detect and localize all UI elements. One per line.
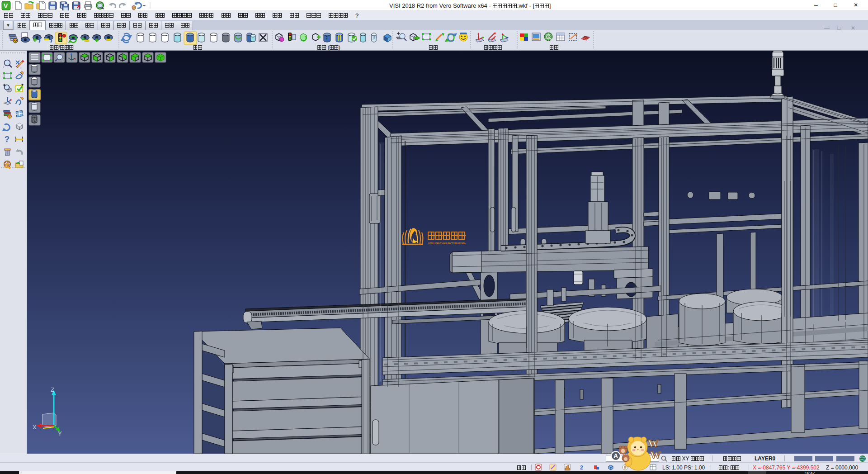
svg-text:Y: Y bbox=[58, 430, 62, 437]
svg-text:X: X bbox=[33, 424, 37, 431]
svg-text:W: W bbox=[650, 449, 661, 461]
svg-text:INTELLIGENT MANUFACTURING DATA: INTELLIGENT MANUFACTURING DATA bbox=[428, 242, 466, 245]
svg-text:V: V bbox=[4, 2, 8, 9]
svg-text:A: A bbox=[613, 452, 618, 460]
svg-text:2: 2 bbox=[580, 465, 583, 471]
svg-text:Z: Z bbox=[51, 386, 54, 393]
svg-text:?: ? bbox=[5, 135, 9, 144]
svg-text:W: W bbox=[648, 437, 659, 449]
